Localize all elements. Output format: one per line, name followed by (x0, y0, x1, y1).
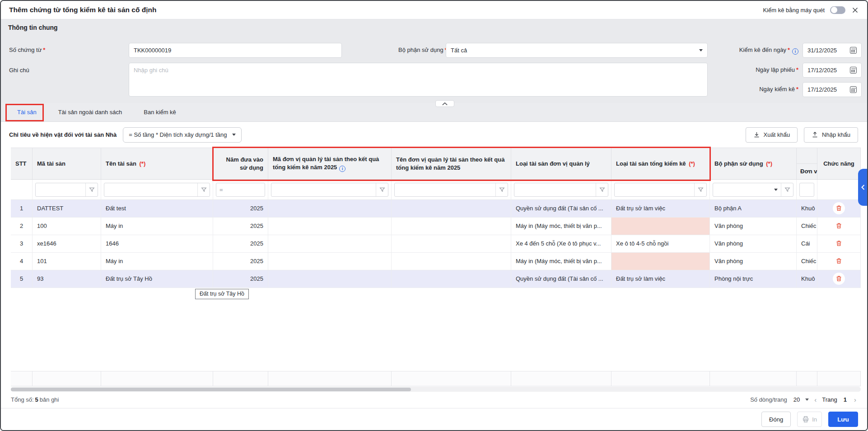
filter-loai_tkk-input[interactable] (615, 186, 694, 193)
filter-funnel-icon[interactable] (85, 183, 98, 196)
scrollbar-thumb[interactable] (11, 388, 411, 391)
cell-nam: 2025 (213, 235, 268, 253)
table-row[interactable]: 4101Máy in2025Máy in (Máy móc, thiết bị … (11, 253, 861, 270)
cell-loai_dvql: Quyền sử dụng đất (Tài sản cố ... (511, 200, 611, 218)
delete-row-button[interactable] (833, 202, 845, 214)
equals-operator[interactable]: = (216, 186, 223, 193)
criteria-dropdown[interactable]: = Số tầng * Diện tích xây dựng/1 tầng (123, 127, 242, 143)
cell-chuc_nang (817, 253, 861, 270)
filter-box-loai_dvql (514, 183, 608, 197)
save-button[interactable]: Lưu (828, 412, 858, 427)
filter-ten_dv-input[interactable] (395, 186, 495, 193)
summary-cell (101, 371, 213, 386)
filter-funnel-icon[interactable] (197, 183, 210, 196)
filter-nam-input[interactable] (223, 186, 265, 193)
calendar-icon[interactable] (850, 47, 857, 54)
column-header-loai_tkk[interactable]: Loại tài sản tổng kiểm kê (*) (611, 148, 710, 179)
prev-page-icon[interactable]: ‹ (813, 396, 817, 403)
summary-cell (710, 371, 797, 386)
cell-chuc_nang (817, 235, 861, 253)
filter-cell-stt (11, 180, 33, 199)
info-icon[interactable] (339, 166, 345, 172)
calendar-icon[interactable] (850, 86, 857, 93)
cell-ma_dv (268, 270, 392, 288)
cell-loai_dvql: Xe 4 đến 5 chỗ (Xe ô tô phục v... (511, 235, 611, 253)
filter-bo_phan-input[interactable] (713, 186, 774, 193)
summary-cell (268, 371, 392, 386)
table-row[interactable]: 1DATTESTĐất test2025Quyền sử dụng đất (T… (11, 200, 861, 218)
ngay-kiem-ke-field[interactable]: 17/12/2025 (803, 82, 862, 97)
delete-row-button[interactable] (833, 220, 845, 232)
filter-box-ten (104, 183, 210, 197)
so-chung-tu-input[interactable] (134, 47, 337, 54)
column-header-don_vi[interactable]: Đơn v (797, 148, 817, 179)
kiem-ke-den-ngay-value: 31/12/2025 (807, 47, 850, 54)
horizontal-scrollbar[interactable] (11, 387, 861, 392)
column-label: Mã đơn vị quản lý tài sản theo kết quả t… (273, 156, 379, 171)
ghi-chu-textarea[interactable] (134, 67, 703, 93)
table-toolbar: Chỉ tiêu về hiện vật đối với tài sản Nhà… (1, 122, 867, 148)
column-header-chuc_nang[interactable]: Chức năng (817, 148, 861, 179)
cell-don_vi: Khuô (797, 270, 817, 288)
tab-tai-san[interactable]: Tài sản (17, 103, 37, 121)
filter-cell-ma (33, 180, 101, 199)
upload-icon (812, 131, 818, 138)
required-asterisk: * (43, 46, 45, 53)
cell-stt: 5 (11, 270, 33, 288)
filter-cell-nam: = (213, 180, 268, 199)
column-header-nam[interactable]: Năm đưa vào sử dụng (213, 148, 268, 179)
tab-tai-san-ngoai-danh-sach[interactable]: Tài sản ngoài danh sách (58, 103, 122, 121)
filter-ma-input[interactable] (36, 186, 85, 193)
filter-loai_dvql-input[interactable] (514, 186, 596, 193)
close-button[interactable]: Đóng (761, 412, 791, 427)
column-header-ma[interactable]: Mã tài sản (33, 148, 101, 179)
print-button[interactable]: In (797, 412, 822, 427)
collapse-section-button[interactable] (435, 100, 454, 107)
kiem-ke-den-ngay-field[interactable]: 31/12/2025 (803, 43, 862, 58)
ngay-lap-phieu-field[interactable]: 17/12/2025 (803, 63, 862, 78)
delete-row-button[interactable] (833, 273, 845, 285)
table-row[interactable]: 593Đất trụ sở Tây Hồ2025Quyền sử dụng đấ… (11, 270, 861, 288)
filter-funnel-icon[interactable] (596, 183, 608, 196)
page-size-caret-icon[interactable] (805, 399, 809, 401)
calendar-icon[interactable] (850, 67, 857, 74)
filter-funnel-icon[interactable] (495, 183, 508, 196)
tab-ban-kiem-ke[interactable]: Ban kiểm kê (144, 103, 176, 121)
column-header-bo_phan[interactable]: Bộ phận sử dụng (*) (710, 148, 797, 179)
column-header-ten[interactable]: Tên tài sản (*) (101, 148, 213, 179)
column-header-loai_dvql[interactable]: Loại tài sản đơn vị quản lý (511, 148, 611, 179)
cell-bo_phan: Văn phòng (710, 218, 797, 235)
ngay-kiem-ke-label: Ngày kiểm kê* (710, 86, 798, 93)
export-button[interactable]: Xuất khẩu (746, 127, 798, 143)
cell-ten: Máy in (101, 253, 213, 270)
table-row[interactable]: 2100Máy in2025Máy in (Máy móc, thiết bị … (11, 218, 861, 235)
filter-don_vi-input[interactable] (800, 186, 814, 193)
scan-toggle[interactable] (830, 6, 845, 14)
delete-row-button[interactable] (833, 255, 845, 267)
bo-phan-su-dung-select[interactable]: Tất cả (446, 43, 708, 58)
filter-ma_dv-input[interactable] (271, 186, 376, 193)
column-header-stt[interactable]: STT (11, 148, 33, 179)
column-header-ma_dv[interactable]: Mã đơn vị quản lý tài sản theo kết quả t… (268, 148, 392, 179)
cell-ten_dv (392, 253, 511, 270)
summary-cell (511, 371, 611, 386)
cell-loai_tkk (611, 218, 710, 235)
download-icon (753, 131, 760, 138)
cell-ten: Đất trụ sở Tây Hồ (101, 270, 213, 288)
info-icon[interactable] (792, 48, 798, 55)
table-row[interactable]: 3xe164616462025Xe 4 đến 5 chỗ (Xe ô tô p… (11, 235, 861, 253)
filter-ten-input[interactable] (104, 186, 197, 193)
delete-row-button[interactable] (833, 237, 845, 250)
filter-funnel-icon[interactable] (376, 183, 388, 196)
page-size-value[interactable]: 20 (793, 396, 800, 403)
filter-funnel-icon[interactable] (781, 183, 793, 196)
next-page-icon[interactable]: › (853, 396, 857, 403)
expand-panel-handle[interactable] (858, 169, 867, 206)
chevron-down-icon[interactable] (774, 189, 778, 191)
close-icon[interactable] (851, 6, 859, 14)
import-button[interactable]: Nhập khẩu (804, 127, 858, 143)
column-header-ten_dv[interactable]: Tên đơn vị quản lý tài sản theo kết quả … (392, 148, 511, 179)
cell-loai_dvql: Máy in (Máy móc, thiết bị văn p... (511, 253, 611, 270)
titlebar: Thêm chứng từ tổng kiểm kê tài sản cố đị… (1, 1, 867, 19)
filter-funnel-icon[interactable] (694, 183, 706, 196)
